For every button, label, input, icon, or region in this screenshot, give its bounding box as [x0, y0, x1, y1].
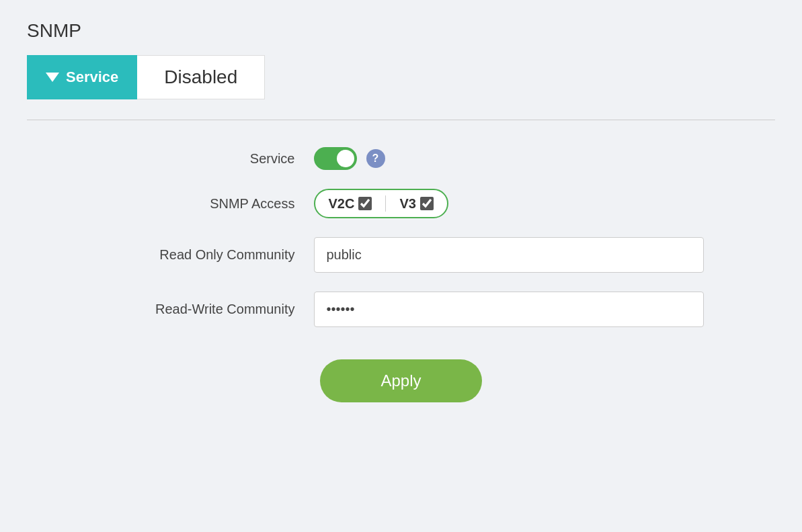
read-write-row: Read-Write Community [99, 292, 704, 327]
form-section: Service ? SNMP Access V2C V3 [27, 147, 775, 402]
read-only-row: Read Only Community [99, 237, 704, 273]
page-title: SNMP [27, 20, 775, 42]
read-write-input[interactable] [314, 292, 704, 327]
v3-checkbox[interactable] [420, 197, 434, 210]
v2c-label: V2C [329, 196, 355, 212]
service-header: Service Disabled [27, 55, 775, 99]
toggle-slider [314, 147, 357, 170]
service-status: Disabled [137, 55, 265, 99]
read-only-label: Read Only Community [99, 247, 314, 263]
read-only-input[interactable] [314, 237, 704, 273]
apply-button[interactable]: Apply [320, 359, 481, 402]
service-button-label: Service [66, 69, 118, 86]
service-toggle-wrap: ? [314, 147, 704, 170]
section-divider [27, 120, 775, 120]
read-write-control [314, 292, 704, 327]
service-label: Service [99, 151, 314, 167]
version-separator [385, 195, 386, 212]
read-only-control [314, 237, 704, 273]
snmp-access-label: SNMP Access [99, 196, 314, 212]
snmp-access-box: V2C V3 [314, 189, 448, 218]
read-write-label: Read-Write Community [99, 302, 314, 317]
service-button[interactable]: Service [27, 55, 137, 99]
snmp-access-control: V2C V3 [314, 189, 704, 218]
v3-label: V3 [399, 196, 415, 212]
v2c-version: V2C [329, 196, 372, 212]
service-toggle[interactable] [314, 147, 357, 170]
v3-version: V3 [399, 196, 433, 212]
arrow-down-icon [46, 73, 59, 82]
help-icon[interactable]: ? [366, 149, 385, 168]
snmp-access-row: SNMP Access V2C V3 [99, 189, 704, 218]
v2c-checkbox[interactable] [358, 197, 372, 210]
service-row: Service ? [99, 147, 704, 170]
